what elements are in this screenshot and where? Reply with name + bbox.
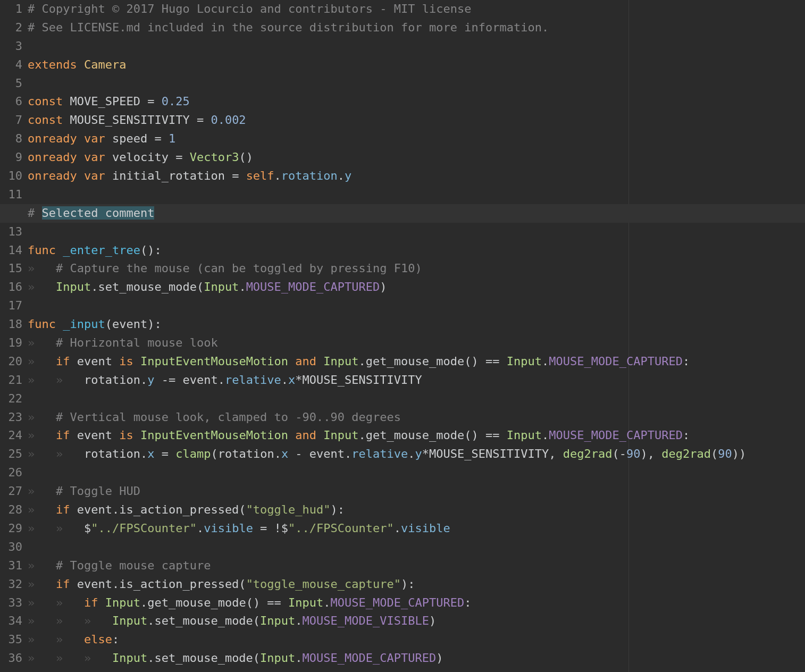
code-line[interactable]: 9onready var velocity = Vector3() <box>0 148 805 167</box>
token: func <box>28 243 56 257</box>
line-content[interactable]: onready var speed = 1 <box>28 130 175 148</box>
code-line[interactable]: 24» if event is InputEventMouseMotion an… <box>0 426 805 445</box>
line-number: 11 <box>0 186 28 204</box>
code-line[interactable]: 27» # Toggle HUD <box>0 482 805 501</box>
code-line[interactable]: 28» if event.is_action_pressed("toggle_h… <box>0 501 805 519</box>
line-content[interactable]: » » » Input.set_mouse_mode(Input.MOUSE_M… <box>28 649 443 668</box>
line-number: 13 <box>0 223 28 241</box>
code-line[interactable]: 1# Copyright © 2017 Hugo Locurcio and co… <box>0 0 805 19</box>
code-line[interactable]: # Selected comment <box>0 204 805 223</box>
line-content[interactable]: const MOVE_SPEED = 0.25 <box>28 93 190 111</box>
code-line[interactable]: 10onready var initial_rotation = self.ro… <box>0 167 805 186</box>
line-content[interactable]: » » if Input.get_mouse_mode() == Input.M… <box>28 594 472 612</box>
line-content[interactable]: » » » Input.set_mouse_mode(Input.MOUSE_M… <box>28 612 436 631</box>
token: # See LICENSE.md included in the source … <box>28 21 549 34</box>
token: var <box>84 169 105 182</box>
code-line[interactable]: 5 <box>0 74 805 93</box>
line-content[interactable]: # Copyright © 2017 Hugo Locurcio and con… <box>28 0 471 19</box>
line-content[interactable]: » » $"../FPSCounter".visible = !$"../FPS… <box>28 519 450 538</box>
code-line[interactable]: 35» » else: <box>0 631 805 649</box>
line-content[interactable]: » if event is InputEventMouseMotion and … <box>28 352 690 371</box>
line-content[interactable]: » » rotation.x = clamp(rotation.x - even… <box>28 445 746 464</box>
line-content[interactable]: » » else: <box>28 631 119 649</box>
token: Camera <box>84 58 126 71</box>
code-editor[interactable]: 1# Copyright © 2017 Hugo Locurcio and co… <box>0 0 805 672</box>
token <box>77 150 84 164</box>
code-line[interactable]: 21» » rotation.y -= event.relative.x*MOU… <box>0 371 805 390</box>
code-line[interactable]: 22 <box>0 390 805 408</box>
code-line[interactable]: 19» # Horizontal mouse look <box>0 334 805 352</box>
token: event.is_action_pressed( <box>70 577 246 591</box>
line-number: 26 <box>0 464 28 482</box>
token: Input <box>507 429 542 442</box>
code-line[interactable]: 18func _input(event): <box>0 315 805 334</box>
code-line[interactable]: 8onready var speed = 1 <box>0 130 805 148</box>
code-line[interactable]: 23» # Vertical mouse look, clamped to -9… <box>0 408 805 427</box>
token: . <box>338 169 345 182</box>
token: y <box>345 169 351 182</box>
token: and <box>295 429 316 442</box>
token: MOVE_SPEED = <box>63 95 161 108</box>
code-lines[interactable]: 1# Copyright © 2017 Hugo Locurcio and co… <box>0 0 805 668</box>
token: (- <box>612 447 626 460</box>
line-number: 14 <box>0 241 28 260</box>
line-number: 15 <box>0 259 28 278</box>
line-content[interactable]: » » rotation.y -= event.relative.x*MOUSE… <box>28 371 422 390</box>
token: - event. <box>288 447 351 460</box>
line-content[interactable]: const MOUSE_SENSITIVITY = 0.002 <box>28 111 246 130</box>
code-line[interactable]: 2# See LICENSE.md included in the source… <box>0 19 805 37</box>
token <box>56 243 63 257</box>
line-content[interactable]: » Input.set_mouse_mode(Input.MOUSE_MODE_… <box>28 278 387 297</box>
line-content[interactable]: onready var initial_rotation = self.rota… <box>28 167 351 186</box>
line-content[interactable]: # See LICENSE.md included in the source … <box>28 19 549 37</box>
line-content[interactable]: » # Horizontal mouse look <box>28 334 218 352</box>
code-line[interactable]: 4extends Camera <box>0 56 805 74</box>
line-content[interactable]: # Selected comment <box>28 204 154 223</box>
code-line[interactable]: 15» # Capture the mouse (can be toggled … <box>0 259 805 278</box>
line-number: 21 <box>0 371 28 390</box>
code-line[interactable]: 36» » » Input.set_mouse_mode(Input.MOUSE… <box>0 649 805 668</box>
token: . <box>408 447 415 460</box>
line-content[interactable]: func _input(event): <box>28 315 162 334</box>
line-content[interactable]: » if event is InputEventMouseMotion and … <box>28 426 690 445</box>
code-line[interactable]: 26 <box>0 464 805 482</box>
code-line[interactable]: 6const MOVE_SPEED = 0.25 <box>0 93 805 111</box>
token: # Capture the mouse (can be toggled by p… <box>56 262 422 275</box>
token: event <box>70 355 119 368</box>
code-line[interactable]: 32» if event.is_action_pressed("toggle_m… <box>0 575 805 594</box>
code-line[interactable]: 3 <box>0 37 805 56</box>
line-content[interactable]: » # Toggle mouse capture <box>28 557 211 575</box>
code-line[interactable]: 11 <box>0 186 805 204</box>
code-line[interactable]: 31» # Toggle mouse capture <box>0 557 805 575</box>
code-line[interactable]: 25» » rotation.x = clamp(rotation.x - ev… <box>0 445 805 464</box>
token: is <box>119 355 133 368</box>
token: Input <box>260 651 295 665</box>
line-content[interactable]: » # Toggle HUD <box>28 482 140 501</box>
token: 0.25 <box>162 95 190 108</box>
code-line[interactable]: 13 <box>0 223 805 241</box>
code-line[interactable]: 29» » $"../FPSCounter".visible = !$"../F… <box>0 519 805 538</box>
line-content[interactable]: » if event.is_action_pressed("toggle_hud… <box>28 501 345 519</box>
code-line[interactable]: 30 <box>0 538 805 557</box>
token <box>98 596 105 609</box>
token: _input <box>63 317 105 331</box>
token: ) <box>436 651 443 665</box>
code-line[interactable]: 20» if event is InputEventMouseMotion an… <box>0 352 805 371</box>
line-content[interactable]: » # Capture the mouse (can be toggled by… <box>28 259 422 278</box>
line-content[interactable]: onready var velocity = Vector3() <box>28 148 253 167</box>
line-number: 17 <box>0 297 28 315</box>
code-line[interactable]: 14func _enter_tree(): <box>0 241 805 260</box>
line-content[interactable]: » # Vertical mouse look, clamped to -90.… <box>28 408 401 427</box>
code-line[interactable]: 17 <box>0 297 805 315</box>
token: *MOUSE_SENSITIVITY <box>295 373 422 387</box>
token: : <box>112 633 119 646</box>
token: y <box>147 373 154 387</box>
code-line[interactable]: 7const MOUSE_SENSITIVITY = 0.002 <box>0 111 805 130</box>
code-line[interactable]: 34» » » Input.set_mouse_mode(Input.MOUSE… <box>0 612 805 631</box>
line-content[interactable]: » if event.is_action_pressed("toggle_mou… <box>28 575 415 594</box>
line-content[interactable]: extends Camera <box>28 56 126 74</box>
code-line[interactable]: 16» Input.set_mouse_mode(Input.MOUSE_MOD… <box>0 278 805 297</box>
line-content[interactable]: func _enter_tree(): <box>28 241 162 260</box>
token: : <box>464 596 471 609</box>
code-line[interactable]: 33» » if Input.get_mouse_mode() == Input… <box>0 594 805 612</box>
